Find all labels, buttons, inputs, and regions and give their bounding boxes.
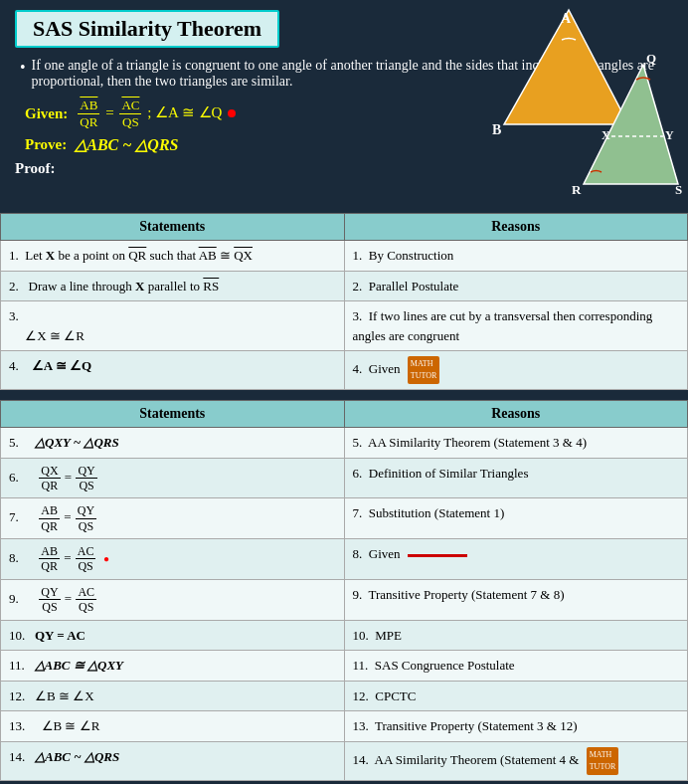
reason-11: 11. SAS Congruence Postulate xyxy=(344,651,688,682)
triangle-diagram: A B C Q R S X Y xyxy=(454,5,683,204)
table-row: 12. ∠B ≅ ∠X 12. CPCTC xyxy=(1,681,688,711)
table-row: 7. AB QR = QY QS 7. Substitution (Statem… xyxy=(1,498,688,539)
reason-1: 1. By Construction xyxy=(344,241,688,272)
table-row: 10. QY = AC 10. MPE xyxy=(1,620,688,651)
frac-qy-qs: QY QS xyxy=(76,464,96,493)
table1: Statements Reasons 1. Let X be a point o… xyxy=(0,213,688,390)
frac-ab-qr-8: AB QR xyxy=(39,544,60,574)
table-row: 4. ∠A ≅ ∠Q 4. Given MATHTUTOR xyxy=(1,351,688,390)
table2-section: Statements Reasons 5. △QXY ~ △QRS 5. AA … xyxy=(0,400,688,781)
table-row: 3. ∠X ≅ ∠R 3. If two lines are cut by a … xyxy=(1,301,688,351)
svg-text:X: X xyxy=(602,128,610,142)
reason-8: 8. Given xyxy=(344,539,688,580)
prove-expression: △ABC ~ △QRS xyxy=(75,135,178,154)
frac-ac-qs-8: AC QS xyxy=(76,544,96,574)
statement-8: 8. AB QR = AC QS ● xyxy=(1,539,345,580)
statement-12: 12. ∠B ≅ ∠X xyxy=(1,681,345,711)
red-dot xyxy=(228,109,236,117)
svg-marker-0 xyxy=(504,10,628,124)
statement-3: 3. ∠X ≅ ∠R xyxy=(1,301,345,351)
reason-6: 6. Definition of Similar Triangles xyxy=(344,458,688,498)
table-row: 5. △QXY ~ △QRS 5. AA Similarity Theorem … xyxy=(1,428,688,459)
frac-qx-qr: QX QR xyxy=(39,464,60,493)
frac-qy-qs-7: QY QS xyxy=(76,503,96,533)
table-row: 8. AB QR = AC QS ● 8. Given xyxy=(1,539,688,580)
table-row: 1. Let X be a point on QR such that AB ≅… xyxy=(1,241,688,272)
statement-4: 4. ∠A ≅ ∠Q xyxy=(1,351,345,390)
frac-ab-qr: AB QR xyxy=(78,98,99,129)
reason-10: 10. MPE xyxy=(344,620,688,651)
reason-4: 4. Given MATHTUTOR xyxy=(344,351,688,390)
table2-statements-header: Statements xyxy=(1,401,345,428)
table2: Statements Reasons 5. △QXY ~ △QRS 5. AA … xyxy=(0,400,688,781)
svg-text:S: S xyxy=(675,182,682,197)
svg-text:Y: Y xyxy=(665,128,674,142)
table-row: 14. △ABC ~ △QRS 14. AA Similarity Theore… xyxy=(1,741,688,780)
table2-reasons-header: Reasons xyxy=(344,401,688,428)
given-label: Given: xyxy=(25,105,68,122)
frac-ab-qr-7: AB QR xyxy=(39,503,60,533)
svg-text:A: A xyxy=(561,11,572,26)
table1-statements-header: Statements xyxy=(1,214,345,241)
svg-text:R: R xyxy=(572,182,582,197)
table-row: 13. ∠B ≅ ∠R 13. Transitive Property (Sta… xyxy=(1,711,688,742)
table1-section: Statements Reasons 1. Let X be a point o… xyxy=(0,213,688,390)
reason-12: 12. CPCTC xyxy=(344,681,688,711)
reason-2: 2. Parallel Postulate xyxy=(344,271,688,301)
reason-9: 9. Transitive Property (Statement 7 & 8) xyxy=(344,579,688,620)
statement-7: 7. AB QR = QY QS xyxy=(1,498,345,539)
watermark: MATHTUTOR xyxy=(408,356,440,384)
statement-5: 5. △QXY ~ △QRS xyxy=(1,428,345,459)
statement-11: 11. △ABC ≅ △QXY xyxy=(1,651,345,682)
table-row: 2. Draw a line through X parallel to RS … xyxy=(1,271,688,301)
reason-14: 14. AA Similarity Theorem (Statement 4 &… xyxy=(344,741,688,780)
table1-reasons-header: Reasons xyxy=(344,214,688,241)
frac-qy-qs-9: QY QS xyxy=(39,585,60,615)
table-row: 6. QX QR = QY QS 6. Definition of Simila… xyxy=(1,458,688,498)
statement-9: 9. QY QS = AC QS xyxy=(1,579,345,620)
reason-3: 3. If two lines are cut by a transversal… xyxy=(344,301,688,351)
svg-text:Q: Q xyxy=(646,51,656,66)
section-divider xyxy=(0,390,688,396)
watermark2: MATHTUTOR xyxy=(587,747,619,775)
top-section: SAS Similarity Theorem If one angle of a… xyxy=(0,0,688,209)
frac-ac-qs: AC QS xyxy=(119,98,141,129)
given-expression: AB QR = AC QS ; ∠A ≅ ∠Q xyxy=(76,98,236,129)
frac-ac-qs-9: AC QS xyxy=(76,585,96,615)
statement-10: 10. QY = AC xyxy=(1,620,345,651)
statement-6: 6. QX QR = QY QS xyxy=(1,458,345,498)
reason-5: 5. AA Similarity Theorem (Statement 3 & … xyxy=(344,428,688,459)
statement-2: 2. Draw a line through X parallel to RS xyxy=(1,271,345,301)
red-underline xyxy=(408,554,467,557)
reason-13: 13. Transitive Property (Statement 3 & 1… xyxy=(344,711,688,742)
svg-text:B: B xyxy=(492,122,501,137)
statement-14: 14. △ABC ~ △QRS xyxy=(1,741,345,780)
reason-7: 7. Substitution (Statement 1) xyxy=(344,498,688,539)
prove-label: Prove: xyxy=(25,136,67,153)
theorem-title: SAS Similarity Theorem xyxy=(15,10,279,48)
table-row: 9. QY QS = AC QS 9. Transitive Property … xyxy=(1,579,688,620)
table-row: 11. △ABC ≅ △QXY 11. SAS Congruence Postu… xyxy=(1,651,688,682)
statement-1: 1. Let X be a point on QR such that AB ≅… xyxy=(1,241,345,272)
statement-13: 13. ∠B ≅ ∠R xyxy=(1,711,345,742)
